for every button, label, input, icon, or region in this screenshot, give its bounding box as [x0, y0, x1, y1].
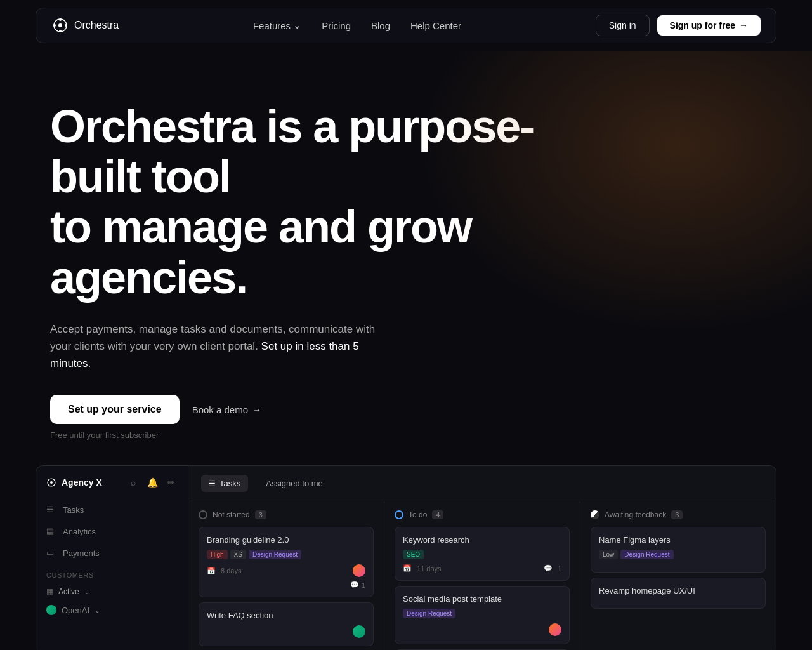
logo-icon	[51, 17, 69, 34]
card-title: Revamp homepage UX/UI	[599, 586, 757, 595]
customers-section-label: Customers	[36, 564, 188, 583]
active-chevron-icon: ⌄	[84, 588, 89, 595]
tag-low: Low	[599, 550, 618, 559]
todo-dot	[395, 510, 403, 519]
arrow-icon: →	[252, 404, 261, 415]
kanban-col-not-started: Not started 3 Branding guideline 2.0 Hig…	[188, 501, 384, 650]
sidebar-item-payments[interactable]: ▭ Payments	[36, 542, 188, 564]
openai-chevron-icon: ⌄	[95, 607, 100, 614]
table-row: Revamp homepage UX/UI	[591, 578, 766, 609]
customer-active-icon: ▦	[46, 587, 53, 596]
sidebar-logo-icon	[46, 477, 56, 488]
nav-blog[interactable]: Blog	[371, 20, 390, 31]
tag-xs: XS	[230, 550, 246, 559]
card-meta: 📅 11 days 💬 1	[403, 564, 561, 573]
kanban-board: Not started 3 Branding guideline 2.0 Hig…	[188, 501, 776, 650]
svg-point-3	[59, 30, 62, 32]
sidebar-item-tasks[interactable]: ☰ Tasks	[36, 499, 188, 521]
nav-pricing[interactable]: Pricing	[322, 20, 351, 31]
nav-help[interactable]: Help Center	[410, 20, 461, 31]
setup-button[interactable]: Set up your service	[50, 395, 180, 424]
signup-button[interactable]: Sign up for free →	[657, 15, 761, 36]
kanban-col-todo: To do 4 Keyword research SEO 📅 11 days 💬…	[384, 501, 580, 650]
svg-point-1	[58, 23, 62, 27]
awaiting-dot	[591, 510, 599, 519]
arrow-right-icon: →	[739, 20, 748, 30]
svg-point-2	[59, 18, 62, 21]
avatar	[549, 623, 561, 636]
col-header-not-started: Not started 3	[199, 510, 374, 519]
demo-button[interactable]: Book a demo →	[192, 404, 261, 415]
tab-tasks[interactable]: ☰ Tasks	[201, 475, 248, 492]
svg-point-7	[50, 481, 53, 484]
sidebar-header: Agency X ⌕ 🔔 ✏	[36, 476, 188, 499]
dashboard-main-header: ☰ Tasks Assigned to me	[188, 466, 776, 501]
card-title: Write FAQ section	[207, 611, 365, 620]
card-tags: SEO	[403, 550, 561, 559]
bell-icon[interactable]: 🔔	[146, 476, 159, 489]
svg-point-5	[65, 24, 67, 27]
analytics-icon: ▤	[46, 526, 56, 536]
free-text: Free until your first subscriber	[50, 430, 762, 440]
tag-design2: Design Request	[620, 550, 673, 559]
edit-icon[interactable]: ✏	[165, 476, 178, 489]
col-header-awaiting: Awaiting feedback 3	[591, 510, 766, 519]
avatar	[353, 564, 365, 577]
sidebar-action-icons: ⌕ 🔔 ✏	[127, 476, 178, 489]
hero-subtext: Accept payments, manage tasks and docume…	[50, 321, 380, 373]
card-comment: 💬 1	[207, 581, 365, 589]
sidebar-customer-active[interactable]: ▦ Active ⌄	[36, 583, 188, 600]
avatar	[353, 625, 365, 638]
dashboard-sidebar: Agency X ⌕ 🔔 ✏ ☰ Tasks ▤ Analytics ▭ Pay…	[36, 466, 188, 650]
table-row: Social media post template Design Reques…	[395, 586, 570, 644]
payments-icon: ▭	[46, 548, 56, 558]
card-tags: Design Request	[403, 609, 561, 618]
nav-features[interactable]: Features	[253, 20, 301, 31]
sidebar-customer-openai[interactable]: OpenAI ⌄	[36, 600, 188, 620]
comment-icon: 💬	[544, 564, 553, 573]
openai-avatar	[46, 605, 56, 615]
card-title: Branding guideline 2.0	[207, 535, 365, 545]
sidebar-agency-name: Agency X	[62, 477, 102, 488]
hero-headline: Orchestra is a purpose-built tool to man…	[50, 102, 570, 303]
card-tags: High XS Design Request	[207, 550, 365, 559]
logo[interactable]: Orchestra	[51, 17, 119, 34]
tag-high: High	[207, 550, 228, 559]
tag-design: Design Request	[403, 609, 455, 618]
card-meta: 📅 8 days	[207, 564, 365, 577]
logo-text: Orchestra	[74, 20, 119, 31]
dashboard-preview: Agency X ⌕ 🔔 ✏ ☰ Tasks ▤ Analytics ▭ Pay…	[36, 465, 776, 650]
kanban-col-awaiting: Awaiting feedback 3 Name Figma layers Lo…	[580, 501, 776, 650]
tag-seo: SEO	[403, 550, 424, 559]
calendar-icon: 📅	[207, 567, 216, 575]
table-row: Branding guideline 2.0 High XS Design Re…	[199, 527, 374, 597]
table-row: Write FAQ section	[199, 602, 374, 646]
card-title: Name Figma layers	[599, 535, 757, 545]
tag-design-request: Design Request	[249, 550, 301, 559]
tasks-tab-icon: ☰	[209, 479, 216, 488]
table-row: Keyword research SEO 📅 11 days 💬 1	[395, 527, 570, 581]
sidebar-item-analytics[interactable]: ▤ Analytics	[36, 521, 188, 542]
hero-section: Orchestra is a purpose-built tool to man…	[0, 51, 812, 440]
search-icon[interactable]: ⌕	[127, 476, 140, 489]
nav-links: Features Pricing Blog Help Center	[253, 20, 461, 31]
svg-point-4	[53, 24, 56, 27]
table-row: Name Figma layers Low Design Request	[591, 527, 766, 573]
card-title: Keyword research	[403, 535, 561, 545]
tasks-icon: ☰	[46, 505, 56, 515]
card-title: Social media post template	[403, 594, 561, 604]
calendar-icon: 📅	[403, 564, 412, 573]
signin-button[interactable]: Sign in	[596, 15, 650, 36]
comment-icon: 💬	[350, 581, 359, 589]
chevron-down-icon	[293, 20, 301, 31]
card-tags: Low Design Request	[599, 550, 757, 559]
col-header-todo: To do 4	[395, 510, 570, 519]
tab-assigned[interactable]: Assigned to me	[258, 475, 331, 492]
sidebar-logo: Agency X	[46, 477, 102, 488]
hero-actions: Set up your service Book a demo →	[50, 395, 762, 424]
not-started-dot	[199, 510, 207, 519]
navigation: Orchestra Features Pricing Blog Help Cen…	[36, 8, 776, 43]
dashboard-main: ☰ Tasks Assigned to me Not started 3 Bra…	[188, 466, 776, 650]
nav-actions: Sign in Sign up for free →	[596, 15, 761, 36]
